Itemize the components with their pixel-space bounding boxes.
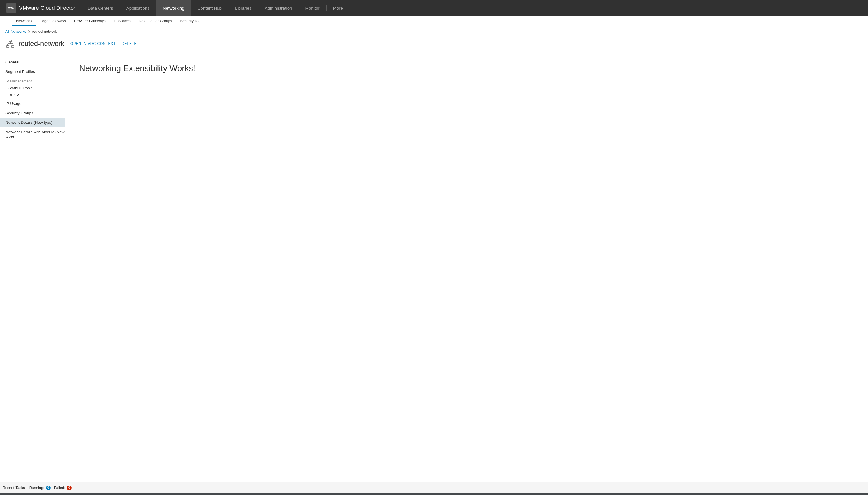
subnav-data-center-groups[interactable]: Data Center Groups: [135, 16, 176, 25]
sidebar-segment-profiles[interactable]: Segment Profiles: [0, 67, 65, 76]
sidebar-network-details-module[interactable]: Network Details with Module (New type): [0, 127, 65, 141]
sidebar-security-groups[interactable]: Security Groups: [0, 108, 65, 118]
nav-monitor[interactable]: Monitor: [299, 0, 326, 16]
sub-nav: Networks Edge Gateways Provider Gateways…: [0, 16, 868, 26]
subnav-provider-gateways[interactable]: Provider Gateways: [70, 16, 110, 25]
content-heading: Networking Extensibility Works!: [79, 64, 854, 73]
footer-failed-label: Failed:: [54, 485, 65, 490]
bottom-strip: [0, 493, 868, 495]
page-title: routed-network: [18, 40, 64, 48]
sidebar-dhcp[interactable]: DHCP: [0, 91, 65, 99]
subnav-ip-spaces[interactable]: IP Spaces: [110, 16, 135, 25]
open-in-vdc-context-button[interactable]: OPEN IN VDC CONTEXT: [70, 41, 116, 46]
nav-content-hub[interactable]: Content Hub: [191, 0, 228, 16]
sidebar-ip-usage[interactable]: IP Usage: [0, 99, 65, 108]
breadcrumb-separator-icon: ❯: [28, 30, 30, 33]
footer-bar: Recent Tasks Running: 0 Failed: 0: [0, 482, 868, 493]
network-icon: [5, 39, 15, 49]
subnav-security-tags[interactable]: Security Tags: [176, 16, 206, 25]
footer-running-label: Running:: [29, 485, 44, 490]
sidebar-ip-management-label: IP Management: [0, 76, 65, 84]
breadcrumb: All Networks ❯ routed-network: [0, 26, 868, 34]
svg-rect-0: [9, 40, 12, 41]
page-header: routed-network OPEN IN VDC CONTEXT DELET…: [0, 34, 868, 54]
top-nav: vmw VMware Cloud Director Data Centers A…: [0, 0, 868, 16]
nav-networking[interactable]: Networking: [156, 0, 191, 16]
brand-title: VMware Cloud Director: [19, 5, 75, 11]
chevron-down-icon: ⌄: [344, 6, 346, 10]
nav-more[interactable]: More ⌄: [327, 0, 353, 16]
subnav-edge-gateways[interactable]: Edge Gateways: [36, 16, 70, 25]
nav-more-label: More: [333, 6, 343, 11]
nav-administration[interactable]: Administration: [258, 0, 299, 16]
subnav-networks[interactable]: Networks: [12, 16, 36, 25]
svg-rect-1: [6, 46, 9, 47]
footer-running-count: 0: [46, 485, 51, 490]
nav-applications[interactable]: Applications: [120, 0, 156, 16]
svg-rect-2: [12, 46, 14, 47]
footer-failed-count: 0: [67, 485, 71, 490]
breadcrumb-current: routed-network: [32, 29, 57, 34]
breadcrumb-all-networks[interactable]: All Networks: [5, 29, 26, 34]
content-area: General Segment Profiles IP Management S…: [0, 54, 868, 482]
nav-data-centers[interactable]: Data Centers: [81, 0, 119, 16]
nav-libraries[interactable]: Libraries: [228, 0, 258, 16]
sidebar-static-ip-pools[interactable]: Static IP Pools: [0, 84, 65, 91]
sidebar: General Segment Profiles IP Management S…: [0, 54, 65, 482]
footer-recent-tasks[interactable]: Recent Tasks: [3, 485, 25, 490]
main-content: Networking Extensibility Works!: [65, 54, 868, 482]
top-nav-items: Data Centers Applications Networking Con…: [81, 0, 353, 16]
vmware-logo: vmw: [6, 3, 16, 13]
delete-button[interactable]: DELETE: [122, 41, 137, 46]
sidebar-general[interactable]: General: [0, 57, 65, 67]
sidebar-network-details[interactable]: Network Details (New type): [0, 118, 65, 127]
